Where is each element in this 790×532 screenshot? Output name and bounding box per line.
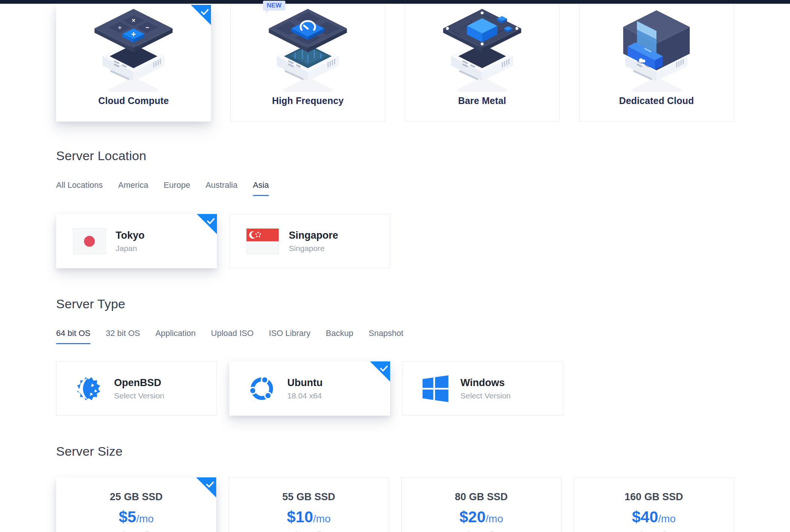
plan-card-dedicated-cloud[interactable]: Dedicated Cloud bbox=[579, 5, 734, 122]
section-title-server-location: Server Location bbox=[56, 149, 734, 163]
tab-asia[interactable]: Asia bbox=[253, 180, 269, 196]
openbsd-logo bbox=[73, 373, 104, 404]
plan-card-label: High Frequency bbox=[272, 95, 344, 106]
check-icon bbox=[205, 479, 215, 490]
size-price: $10/mo bbox=[229, 508, 388, 526]
location-cards: Tokyo Japan Singapore bbox=[56, 214, 734, 268]
size-cards: 25 GB SSD $5/mo $0.007/h 55 GB SSD $10/m… bbox=[56, 477, 734, 532]
location-card-tokyo[interactable]: Tokyo Japan bbox=[56, 214, 217, 268]
price-period: /mo bbox=[658, 513, 676, 525]
size-card-25gb[interactable]: 25 GB SSD $5/mo $0.007/h bbox=[56, 477, 216, 532]
check-icon bbox=[379, 363, 389, 374]
section-title-server-type: Server Type bbox=[56, 297, 734, 311]
singapore-flag bbox=[246, 228, 279, 254]
svg-text:+: + bbox=[131, 30, 136, 39]
size-card-80gb[interactable]: 80 GB SSD $20/mo $0.030/h bbox=[401, 477, 561, 532]
check-icon bbox=[205, 216, 216, 226]
price-period: /mo bbox=[486, 513, 503, 525]
top-navigation-bar bbox=[0, 0, 790, 4]
os-version: Select Version bbox=[114, 391, 164, 400]
tab-iso-library[interactable]: ISO Library bbox=[269, 328, 310, 344]
svg-text:×: × bbox=[132, 17, 135, 24]
plan-card-label: Dedicated Cloud bbox=[619, 95, 694, 106]
japan-flag bbox=[73, 228, 106, 254]
size-price: $40/mo bbox=[574, 508, 734, 526]
svg-text:÷: ÷ bbox=[118, 24, 122, 31]
new-badge: NEW bbox=[263, 1, 285, 10]
svg-text:−: − bbox=[146, 24, 149, 31]
cloud-compute-illustration: × ÷ − + bbox=[79, 6, 188, 92]
server-plan-selector: × ÷ − + Cloud Compute NEW bbox=[56, 5, 734, 122]
tab-backup[interactable]: Backup bbox=[326, 328, 353, 344]
plan-card-label: Cloud Compute bbox=[98, 95, 169, 106]
size-hourly-price: $0.015/h bbox=[229, 531, 388, 532]
tab-upload-iso[interactable]: Upload ISO bbox=[211, 328, 254, 344]
deploy-server-page: × ÷ − + Cloud Compute NEW bbox=[0, 5, 790, 532]
price-amount: $5 bbox=[119, 508, 136, 526]
size-card-160gb[interactable]: 160 GB SSD $40/mo $0.060/h bbox=[574, 477, 734, 532]
os-cards: OpenBSD Select Version bbox=[56, 361, 734, 416]
tab-64-bit-os[interactable]: 64 bit OS bbox=[56, 328, 91, 344]
price-period: /mo bbox=[313, 513, 331, 525]
size-storage: 25 GB SSD bbox=[56, 491, 216, 503]
plan-card-cloud-compute[interactable]: × ÷ − + Cloud Compute bbox=[56, 5, 211, 122]
dedicated-cloud-illustration bbox=[602, 6, 711, 92]
tab-snapshot[interactable]: Snapshot bbox=[368, 328, 403, 344]
tab-application[interactable]: Application bbox=[155, 328, 196, 344]
selected-check-ribbon bbox=[370, 361, 390, 382]
plan-card-label: Bare Metal bbox=[458, 95, 506, 106]
size-storage: 160 GB SSD bbox=[574, 491, 734, 503]
location-card-singapore[interactable]: Singapore Singapore bbox=[229, 214, 390, 268]
location-country: Singapore bbox=[289, 244, 338, 253]
size-price: $5/mo bbox=[56, 508, 216, 526]
tab-all-locations[interactable]: All Locations bbox=[56, 180, 103, 196]
selected-check-ribbon bbox=[191, 5, 211, 25]
os-name: Windows bbox=[460, 377, 511, 389]
windows-logo bbox=[419, 373, 451, 404]
location-tabs: All Locations America Europe Australia A… bbox=[56, 180, 734, 196]
size-hourly-price: $0.060/h bbox=[574, 531, 734, 532]
price-amount: $20 bbox=[459, 508, 486, 526]
high-frequency-illustration bbox=[254, 6, 362, 92]
ubuntu-logo bbox=[246, 373, 278, 404]
size-price: $20/mo bbox=[402, 508, 561, 526]
tab-32-bit-os[interactable]: 32 bit OS bbox=[106, 328, 140, 344]
size-storage: 55 GB SSD bbox=[229, 491, 388, 503]
location-country: Japan bbox=[116, 244, 145, 253]
section-title-server-size: Server Size bbox=[56, 444, 734, 459]
price-period: /mo bbox=[136, 513, 154, 525]
os-card-openbsd[interactable]: OpenBSD Select Version bbox=[56, 361, 217, 416]
tab-europe[interactable]: Europe bbox=[163, 180, 190, 196]
plan-card-bare-metal[interactable]: Bare Metal bbox=[405, 5, 560, 122]
size-hourly-price: $0.030/h bbox=[402, 531, 561, 532]
check-icon bbox=[199, 7, 210, 17]
plan-card-high-frequency[interactable]: NEW bbox=[230, 5, 385, 122]
server-type-tabs: 64 bit OS 32 bit OS Application Upload I… bbox=[56, 328, 734, 344]
size-hourly-price: $0.007/h bbox=[56, 531, 216, 532]
location-city: Singapore bbox=[289, 230, 338, 241]
os-name: Ubuntu bbox=[287, 377, 322, 389]
os-version: 18.04 x64 bbox=[287, 391, 322, 400]
os-card-ubuntu[interactable]: Ubuntu 18.04 x64 bbox=[229, 361, 390, 416]
price-amount: $10 bbox=[287, 508, 313, 526]
bare-metal-illustration bbox=[428, 6, 536, 92]
os-card-windows[interactable]: Windows Select Version bbox=[402, 361, 563, 416]
size-storage: 80 GB SSD bbox=[402, 491, 561, 503]
location-city: Tokyo bbox=[116, 230, 145, 241]
os-version: Select Version bbox=[460, 391, 511, 400]
os-name: OpenBSD bbox=[114, 377, 164, 389]
tab-america[interactable]: America bbox=[118, 180, 148, 196]
size-card-55gb[interactable]: 55 GB SSD $10/mo $0.015/h bbox=[229, 477, 389, 532]
price-amount: $40 bbox=[632, 508, 658, 526]
selected-check-ribbon bbox=[197, 214, 217, 234]
tab-australia[interactable]: Australia bbox=[205, 180, 238, 196]
